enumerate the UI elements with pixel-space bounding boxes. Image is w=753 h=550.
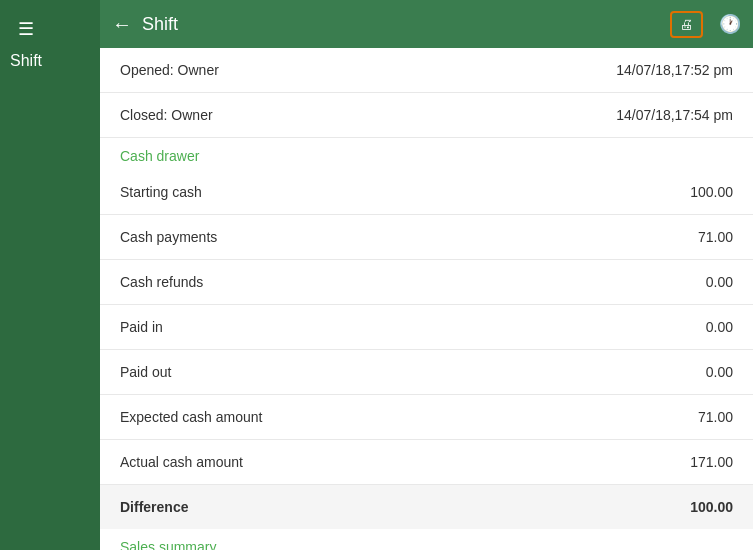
cash-drawer-row-label: Expected cash amount xyxy=(120,409,262,425)
cash-drawer-row: Actual cash amount171.00 xyxy=(100,440,753,485)
content-area: Opened: Owner 14/07/18,17:52 pm Closed: … xyxy=(100,48,753,550)
opened-value: 14/07/18,17:52 pm xyxy=(616,62,733,78)
cash-drawer-section: Starting cash100.00Cash payments71.00Cas… xyxy=(100,170,753,529)
closed-label: Closed: Owner xyxy=(120,107,213,123)
cash-drawer-row-label: Cash refunds xyxy=(120,274,203,290)
cash-drawer-row-value: 71.00 xyxy=(698,229,733,245)
cash-drawer-header: Cash drawer xyxy=(100,138,753,170)
cash-drawer-row: Cash refunds0.00 xyxy=(100,260,753,305)
cash-drawer-row: Difference100.00 xyxy=(100,485,753,529)
main-area: ← Shift 🖨 🕐 Opened: Owner 14/07/18,17:52… xyxy=(100,0,753,550)
cash-drawer-row: Expected cash amount71.00 xyxy=(100,395,753,440)
back-button[interactable]: ← xyxy=(112,13,132,36)
cash-drawer-row-value: 100.00 xyxy=(690,184,733,200)
cash-drawer-row-label: Paid out xyxy=(120,364,171,380)
closed-value: 14/07/18,17:54 pm xyxy=(616,107,733,123)
cash-drawer-row-value: 100.00 xyxy=(690,499,733,515)
sidebar-title: Shift xyxy=(10,52,42,70)
cash-drawer-row: Paid in0.00 xyxy=(100,305,753,350)
cash-drawer-row-label: Paid in xyxy=(120,319,163,335)
cash-drawer-row-label: Actual cash amount xyxy=(120,454,243,470)
opened-row: Opened: Owner 14/07/18,17:52 pm xyxy=(100,48,753,93)
closed-row: Closed: Owner 14/07/18,17:54 pm xyxy=(100,93,753,138)
sales-summary-header: Sales summary xyxy=(100,529,753,550)
cash-drawer-row-value: 171.00 xyxy=(690,454,733,470)
print-icon: 🖨 xyxy=(680,17,693,32)
hamburger-icon[interactable]: ☰ xyxy=(10,10,42,48)
cash-drawer-row-label: Cash payments xyxy=(120,229,217,245)
cash-drawer-row-label: Starting cash xyxy=(120,184,202,200)
top-bar-right: 🖨 🕐 xyxy=(670,11,741,38)
cash-drawer-row: Cash payments71.00 xyxy=(100,215,753,260)
opened-label: Opened: Owner xyxy=(120,62,219,78)
sidebar: ☰ Shift xyxy=(0,0,100,550)
print-button[interactable]: 🖨 xyxy=(670,11,703,38)
cash-drawer-row: Starting cash100.00 xyxy=(100,170,753,215)
cash-drawer-row-label: Difference xyxy=(120,499,188,515)
cash-drawer-row-value: 0.00 xyxy=(706,319,733,335)
top-bar: ← Shift 🖨 🕐 xyxy=(100,0,753,48)
cash-drawer-row-value: 0.00 xyxy=(706,364,733,380)
cash-drawer-row-value: 71.00 xyxy=(698,409,733,425)
cash-drawer-row-value: 0.00 xyxy=(706,274,733,290)
page-title: Shift xyxy=(142,14,178,35)
top-bar-left: ← Shift xyxy=(112,13,178,36)
cash-drawer-row: Paid out0.00 xyxy=(100,350,753,395)
history-icon[interactable]: 🕐 xyxy=(719,13,741,35)
